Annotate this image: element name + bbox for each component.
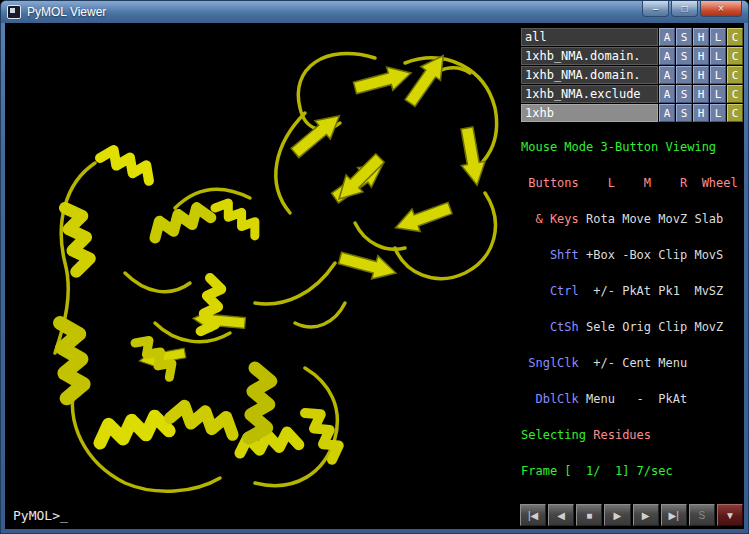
mouse-matrix-row: & Keys Rota Move MovZ Slab: [521, 213, 743, 225]
hide-button[interactable]: H: [693, 85, 709, 103]
object-row: 1xhb_NMA.domain. A S H L C: [521, 47, 743, 65]
stop-button[interactable]: ■: [576, 504, 602, 526]
movie-control-bar: |◀ ◀ ■ ▶ ▶ ▶| S ▼: [520, 502, 743, 528]
hide-button[interactable]: H: [693, 66, 709, 84]
play-button[interactable]: ▶: [604, 504, 630, 526]
mouse-matrix-row: CtSh Sele Orig Clip MovZ: [521, 321, 743, 333]
label-button[interactable]: L: [710, 66, 726, 84]
color-button[interactable]: C: [727, 66, 743, 84]
step-forward-button[interactable]: ▶: [633, 504, 659, 526]
show-button[interactable]: S: [676, 66, 692, 84]
mouse-mode-header[interactable]: Mouse Mode 3-Button Viewing: [521, 141, 743, 153]
minimize-button[interactable]: –: [642, 1, 669, 17]
selecting-toggle[interactable]: Selecting Residues: [521, 429, 743, 441]
protein-cartoon: [5, 23, 519, 529]
pymol-window: PyMOL Viewer – □ ×: [0, 0, 749, 534]
scene-button[interactable]: S: [689, 504, 715, 526]
hide-button[interactable]: H: [693, 47, 709, 65]
color-button[interactable]: C: [727, 28, 743, 46]
action-button[interactable]: A: [659, 28, 675, 46]
mouse-matrix-row: Buttons L M R Wheel: [521, 177, 743, 189]
show-button[interactable]: S: [676, 47, 692, 65]
action-button[interactable]: A: [659, 47, 675, 65]
mouse-mode-panel: Mouse Mode 3-Button Viewing Buttons L M …: [521, 117, 743, 501]
action-button[interactable]: A: [659, 85, 675, 103]
client-area: PyMOL>_ all A S H L C 1xhb_NMA.domain. A…: [5, 23, 744, 529]
close-button[interactable]: ×: [700, 1, 742, 17]
object-name[interactable]: 1xhb_NMA.domain.: [521, 47, 658, 65]
mouse-matrix-row: SnglClk +/- Cent Menu: [521, 357, 743, 369]
hide-button[interactable]: H: [693, 28, 709, 46]
mouse-matrix-row: DblClk Menu - PkAt: [521, 393, 743, 405]
maximize-button[interactable]: □: [671, 1, 698, 17]
titlebar[interactable]: PyMOL Viewer: [1, 1, 748, 23]
color-button[interactable]: C: [727, 85, 743, 103]
window-title: PyMOL Viewer: [27, 5, 742, 19]
object-name[interactable]: 1xhb_NMA.domain.: [521, 66, 658, 84]
command-prompt[interactable]: PyMOL>_: [13, 508, 68, 523]
sidebar: all A S H L C 1xhb_NMA.domain. A S H L C…: [519, 23, 744, 529]
action-button[interactable]: A: [659, 66, 675, 84]
frame-indicator: Frame [ 1/ 1] 7/sec: [521, 465, 743, 477]
show-button[interactable]: S: [676, 28, 692, 46]
viewport-3d[interactable]: PyMOL>_: [5, 23, 519, 529]
label-button[interactable]: L: [710, 85, 726, 103]
object-name[interactable]: 1xhb_NMA.exclude: [521, 85, 658, 103]
show-button[interactable]: S: [676, 85, 692, 103]
label-button[interactable]: L: [710, 28, 726, 46]
object-row: all A S H L C: [521, 28, 743, 46]
mouse-matrix-row: Shft +Box -Box Clip MovS: [521, 249, 743, 261]
window-controls: – □ ×: [642, 1, 742, 17]
label-button[interactable]: L: [710, 47, 726, 65]
app-icon: [7, 5, 21, 19]
step-back-button[interactable]: ◀: [548, 504, 574, 526]
object-name-all[interactable]: all: [521, 28, 658, 46]
go-to-end-button[interactable]: ▶|: [661, 504, 687, 526]
object-row: 1xhb_NMA.domain. A S H L C: [521, 66, 743, 84]
fullscreen-toggle-button[interactable]: ▼: [717, 504, 743, 526]
mouse-matrix-row: Ctrl +/- PkAt Pk1 MvSZ: [521, 285, 743, 297]
go-to-start-button[interactable]: |◀: [520, 504, 546, 526]
color-button[interactable]: C: [727, 47, 743, 65]
object-row: 1xhb_NMA.exclude A S H L C: [521, 85, 743, 103]
